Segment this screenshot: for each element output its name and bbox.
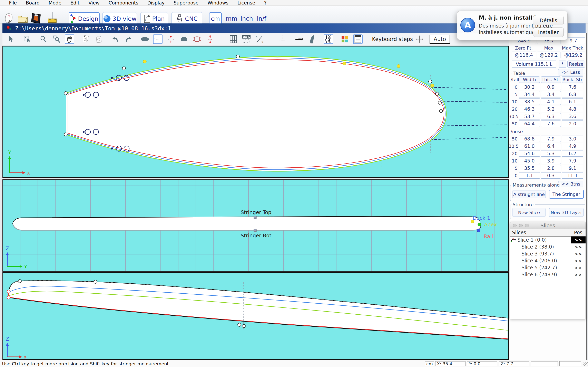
zoom-region-tool-icon[interactable] [52,34,61,44]
slice-pos-button[interactable]: >> [571,257,586,264]
grid-icon[interactable] [229,34,238,44]
unit-inch[interactable]: inch [241,15,253,22]
table-cell[interactable]: 7.6 [541,120,561,127]
rock-str-column-button[interactable]: Rock. Str [562,76,583,83]
new-slice-button[interactable]: New Slice [512,208,546,217]
panel-toggle-icon[interactable] [353,34,363,44]
lock-ratio-button[interactable]: * [559,60,566,68]
guideline-tool-icon[interactable] [278,34,287,44]
table-cell[interactable]: 7.9 [541,136,561,142]
table-cell[interactable]: 11.1 [562,172,583,179]
redo-icon[interactable] [124,34,133,44]
slice-row[interactable]: Slice 5 (242.7) >> [510,264,586,271]
profile-view-icon[interactable] [153,34,163,44]
table-cell[interactable]: 9.1 [562,165,583,171]
copy-icon[interactable] [81,34,91,44]
max-pos-field[interactable]: @129.2 [537,52,561,58]
table-cell[interactable]: 3.0 [562,136,583,142]
table-cell[interactable]: 0.9 [541,84,561,90]
stringer-bottom-handle[interactable] [254,229,256,232]
table-cell[interactable]: 7.9 [562,158,583,164]
cursor-tool-icon[interactable] [6,34,16,44]
table-cell[interactable]: 3.6 [562,113,583,119]
stringer-curves-icon[interactable] [324,34,333,44]
menu-edit[interactable]: Edit [66,0,84,6]
pan-tool-icon[interactable] [65,34,74,44]
measure-tool-icon[interactable]: xx [255,34,264,44]
table-cell[interactable]: 38.5 [519,99,540,105]
stringer-top-handle[interactable] [254,216,256,218]
details-button[interactable]: Détails [533,16,564,25]
slice-pos-button[interactable]: >> [571,271,586,278]
select-points-tool-icon[interactable] [22,34,32,44]
slice-row[interactable]: Slice 2 (38.0) >> [510,243,586,250]
paste-icon[interactable] [94,34,104,44]
max-thck-pos-field[interactable]: @129.2 [562,52,585,58]
new-file-icon[interactable] [3,13,15,25]
table-cell[interactable]: 35.5 [519,165,540,171]
menu-display[interactable]: Display [143,0,169,6]
table-cell[interactable]: 68.8 [519,136,540,142]
menu-license[interactable]: License [233,0,260,6]
slice-row[interactable]: Slice 3 (93.7) >> [510,250,586,257]
table-cell[interactable]: 4.8 [562,106,583,112]
fin-tool-icon[interactable] [307,34,317,44]
slice-pos-button[interactable]: >> [571,250,586,257]
table-cell[interactable]: 34.4 [519,91,540,98]
board-properties-icon[interactable] [242,34,251,44]
ruler-icon[interactable] [47,12,59,25]
stringer-view-canvas[interactable]: Stringer Top Stringer Bot Deck 1 Apex Ra… [2,179,509,272]
table-cell[interactable]: 4.1 [541,99,561,105]
table-cell[interactable]: 3.9 [541,158,561,164]
slice-pos-button[interactable]: >> [571,243,586,250]
the-stringer-button[interactable]: The Stringer [549,190,584,199]
slice-pos-button[interactable]: >> [571,236,586,243]
menu-file[interactable]: File [4,0,21,6]
table-cell[interactable]: 4.9 [562,143,583,149]
zoom-tool-icon[interactable] [39,34,48,44]
auto-steps-button[interactable]: Auto [430,35,450,44]
menu-view[interactable]: View [84,0,104,6]
table-cell[interactable]: 5.2 [541,106,561,112]
thic-str-column-button[interactable]: Thic. Str [541,76,561,83]
table-cell[interactable]: 6.8 [562,91,583,98]
menu-mode[interactable]: Mode [44,0,66,6]
zero-pt-field[interactable]: @116.4 [512,52,536,58]
table-cell[interactable]: 64.4 [519,120,540,127]
table-cell[interactable]: 6.2 [562,150,583,157]
move-steps-icon[interactable] [415,34,424,44]
menu-windows[interactable]: Windows [203,0,233,6]
table-cell[interactable]: 45.0 [519,158,540,164]
table-cell[interactable]: 1.1 [519,172,540,179]
rocker-view-canvas[interactable]: Z x [2,272,509,360]
save-file-icon[interactable] [31,13,42,25]
window-minimize-icon[interactable] [519,224,523,227]
table-cell[interactable]: 5.3 [541,150,561,157]
window-zoom-icon[interactable] [525,224,529,227]
table-cell[interactable]: 7.6 [562,84,583,90]
table-cell[interactable]: 2.0 [562,120,583,127]
menu-help[interactable]: ? [260,0,271,6]
side-view-icon[interactable] [294,34,304,44]
table-cell[interactable]: 53.7 [519,113,540,119]
unit-inf[interactable]: in/f [257,15,266,22]
slice-row[interactable]: Slice 1 (0.0) >> [510,236,586,243]
apex-point[interactable] [478,223,481,226]
window-close-icon[interactable] [513,224,517,227]
table-cell[interactable]: 30.2 [519,84,540,90]
table-cell[interactable]: 2.8 [541,165,561,171]
install-button[interactable]: Installer [533,27,564,37]
rocker-adjust-icon[interactable] [205,34,215,44]
new-3d-layer-button[interactable]: New 3D Layer [549,208,584,217]
resize-button[interactable]: Resize [567,60,585,68]
menu-board[interactable]: Board [21,0,44,6]
table-cell[interactable]: 6.4 [541,143,561,149]
rail-point[interactable] [477,229,480,232]
menu-superpose[interactable]: Superpose [169,0,203,6]
outline-view-icon[interactable] [140,34,149,44]
slice-pos-button[interactable]: >> [571,264,586,271]
table-cell[interactable]: 0.3 [541,172,561,179]
straight-line-button[interactable]: A straight line [512,190,546,198]
table-cell[interactable]: 6.3 [541,113,561,119]
slice-row[interactable]: Slice 4 (206.0) >> [510,257,586,264]
